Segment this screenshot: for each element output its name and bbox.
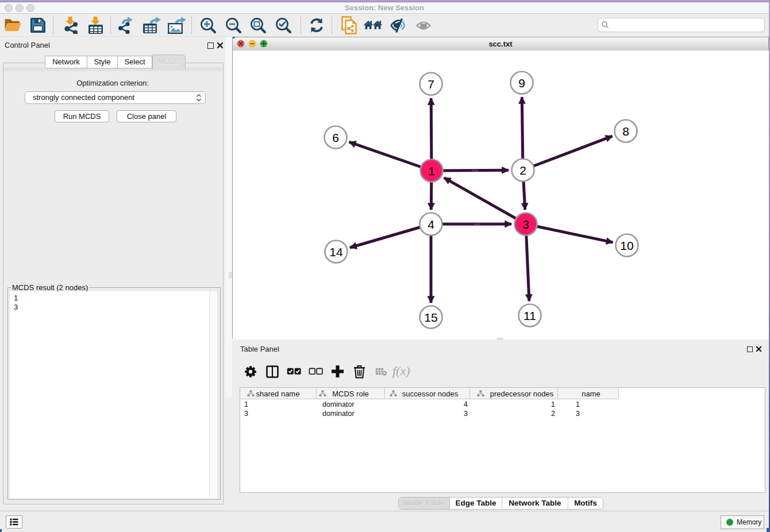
- svg-text:6: 6: [332, 131, 339, 144]
- svg-text:15: 15: [424, 311, 437, 324]
- svg-text:9: 9: [518, 76, 525, 90]
- svg-text:4: 4: [428, 218, 434, 231]
- svg-text:10: 10: [620, 239, 633, 252]
- svg-text:1: 1: [428, 164, 435, 178]
- svg-text:2: 2: [519, 164, 526, 177]
- svg-text:11: 11: [523, 309, 536, 322]
- svg-text:8: 8: [622, 125, 629, 138]
- svg-text:14: 14: [329, 245, 343, 259]
- svg-text:7: 7: [428, 78, 434, 91]
- svg-text:3: 3: [522, 218, 529, 231]
